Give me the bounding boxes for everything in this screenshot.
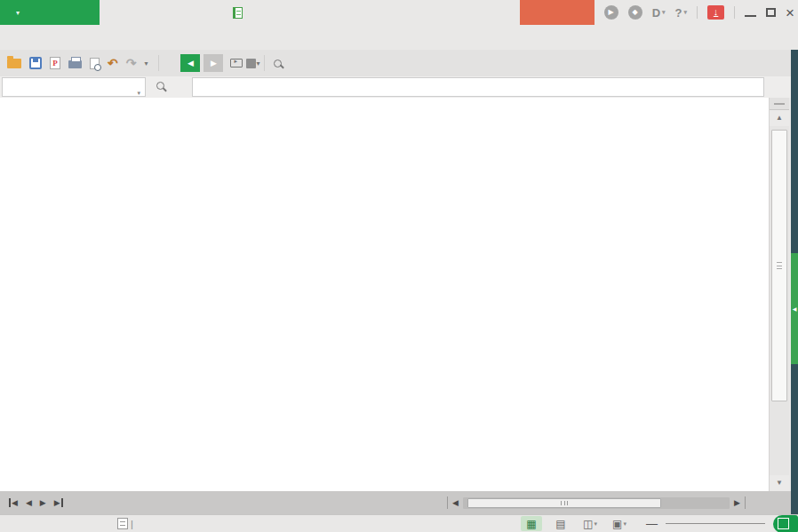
right-edge-strip: ◀	[791, 50, 798, 514]
status-left: |	[117, 518, 133, 529]
toolbar-dropdown-icon[interactable]: ▾	[144, 60, 148, 67]
export-pdf-icon[interactable]	[50, 57, 60, 69]
formula-bar: ▾	[0, 76, 791, 98]
wps-spreadsheet-window: ▾ D▾ ?▾ ↓ ×	[0, 0, 798, 532]
membership-icon[interactable]	[628, 5, 642, 20]
title-bar-controls: D▾ ?▾ ↓ ×	[520, 0, 794, 25]
separator	[447, 496, 448, 509]
last-sheet-icon[interactable]: ▶	[54, 498, 63, 507]
spreadsheet-file-icon	[233, 7, 243, 19]
sheet-navigation: ◀ ◀ ▶ ▶	[0, 498, 72, 507]
print-preview-icon[interactable]	[90, 58, 100, 69]
excelcn-logo	[773, 515, 798, 532]
horizontal-scroll-thumb[interactable]	[467, 498, 661, 508]
save-icon[interactable]	[29, 57, 42, 69]
community-icon[interactable]	[604, 5, 618, 20]
document-tab-row: ▾ ◀ ▶ ▾	[0, 50, 791, 76]
workspace-icon[interactable]	[246, 59, 256, 68]
first-sheet-icon[interactable]: ◀	[9, 498, 18, 507]
maximize-button[interactable]	[766, 8, 776, 17]
skin-menu-button[interactable]: D▾	[652, 6, 666, 20]
tab-scroll-right-button[interactable]: ▶	[203, 54, 223, 72]
text-cursor: |	[131, 519, 133, 529]
excelcn-badge-icon	[778, 518, 789, 529]
chevron-down-icon: ▾	[16, 9, 20, 17]
zoom-slider[interactable]	[666, 523, 765, 524]
scroll-left-icon[interactable]: ◀	[452, 498, 459, 507]
title-bar: ▾ D▾ ?▾ ↓ ×	[0, 0, 798, 25]
normal-view-icon[interactable]: ▦	[521, 516, 542, 531]
vertical-scrollbar[interactable]: ▲ ▼	[769, 98, 789, 491]
close-button[interactable]: ×	[786, 5, 794, 20]
search-icon	[274, 60, 282, 67]
scroll-up-icon[interactable]: ▲	[770, 110, 789, 126]
horizontal-scroll-track[interactable]	[463, 497, 730, 509]
open-file-icon[interactable]	[7, 59, 21, 68]
horizontal-scrollbar[interactable]: ◀ ▶	[447, 491, 746, 514]
status-bar: | ▦ ▤ ◫▾ ▣▾ —	[0, 514, 798, 532]
chevron-down-icon: ▾	[256, 60, 259, 67]
command-search-box[interactable]	[274, 60, 287, 67]
undo-icon[interactable]	[108, 55, 118, 71]
scroll-right-icon[interactable]: ▶	[734, 498, 740, 507]
reading-view-icon[interactable]: ▣▾	[609, 516, 630, 531]
page-break-preview-icon[interactable]: ◫▾	[579, 516, 601, 531]
window-title	[233, 0, 248, 25]
next-sheet-icon[interactable]: ▶	[40, 498, 46, 507]
spreadsheet-grid	[0, 98, 769, 491]
login-button[interactable]	[520, 0, 595, 25]
formula-search-icon[interactable]	[156, 82, 164, 90]
scroll-down-icon[interactable]: ▼	[770, 475, 789, 491]
name-box[interactable]: ▾	[2, 77, 146, 97]
separator	[264, 55, 265, 71]
print-icon[interactable]	[68, 60, 82, 68]
redo-icon[interactable]	[126, 55, 137, 71]
play-presentation-icon[interactable]	[230, 59, 243, 67]
update-download-icon[interactable]: ↓	[707, 5, 724, 20]
wps-app-menu-button[interactable]: ▾	[0, 0, 100, 25]
sheet-tab-bar: ◀ ◀ ▶ ▶ ◀ ▶	[0, 491, 791, 514]
side-panel-toggle[interactable]: ◀	[791, 253, 798, 364]
separator	[158, 55, 159, 71]
vertical-scroll-track[interactable]	[770, 126, 789, 475]
page-status-icon	[117, 518, 128, 529]
help-menu-button[interactable]: ?▾	[675, 6, 687, 20]
previous-sheet-icon[interactable]: ◀	[26, 498, 32, 507]
page-layout-view-icon[interactable]: ▤	[550, 516, 571, 531]
quick-access-toolbar: ▾	[0, 55, 155, 71]
minimize-button[interactable]	[745, 9, 756, 17]
formula-input[interactable]	[192, 77, 764, 97]
separator	[745, 496, 746, 509]
tab-scroll-left-button[interactable]: ◀	[180, 54, 200, 72]
separator	[697, 6, 698, 19]
status-right: ▦ ▤ ◫▾ ▣▾ —	[521, 515, 798, 532]
zoom-out-button[interactable]: —	[646, 517, 658, 530]
split-handle[interactable]	[770, 98, 789, 110]
separator	[734, 6, 735, 19]
vertical-scroll-thumb[interactable]	[771, 130, 787, 401]
